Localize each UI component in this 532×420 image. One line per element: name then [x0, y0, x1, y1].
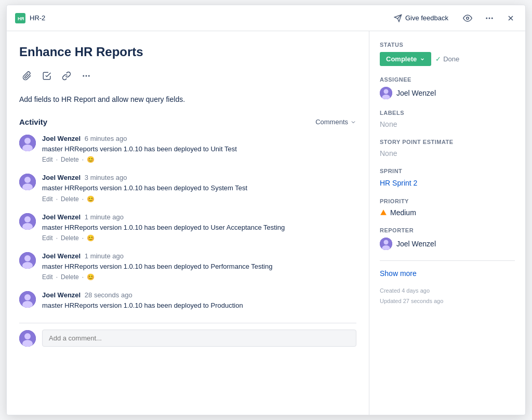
close-button[interactable]: [504, 12, 517, 24]
status-btn-label: Complete: [386, 55, 417, 63]
story-points-label: Story point estimate: [380, 139, 515, 145]
status-row: Complete ✓ Done: [380, 52, 515, 66]
activity-time: 1 minute ago: [85, 213, 124, 221]
attach-button[interactable]: [19, 68, 35, 84]
sprint-label: Sprint: [380, 168, 515, 174]
priority-field: Priority Medium: [380, 198, 515, 217]
status-button[interactable]: Complete: [380, 52, 431, 66]
svg-point-19: [24, 216, 31, 222]
more-toolbar-button[interactable]: [78, 68, 94, 84]
assignee-name: Joel Wenzel: [396, 89, 436, 97]
activity-body: Joel Wenzel 28 seconds ago master HRRepo…: [42, 291, 356, 312]
comment-input[interactable]: [42, 330, 356, 347]
activity-time: 6 minutes ago: [85, 135, 127, 142]
activity-item: Joel Wenzel 6 minutes ago master HRRepor…: [19, 135, 356, 163]
svg-point-35: [384, 240, 389, 245]
labels-label: Labels: [380, 110, 515, 116]
avatar: [19, 252, 36, 269]
activity-author: Joel Wenzel: [42, 174, 81, 181]
emoji-icon[interactable]: 😊: [87, 195, 95, 203]
comments-filter[interactable]: Comments: [315, 118, 356, 126]
delete-link[interactable]: Delete: [61, 195, 79, 203]
svg-point-4: [486, 17, 487, 19]
done-check-icon: ✓: [435, 55, 441, 63]
avatar: [19, 291, 36, 308]
activity-text: master HRReports version 1.0.10 has been…: [42, 145, 356, 154]
updated-timestamp: Updated 27 seconds ago: [380, 296, 515, 307]
edit-link[interactable]: Edit: [42, 273, 53, 281]
priority-up-icon: [380, 209, 387, 216]
issue-modal: HR HR-2 Give feedback: [6, 5, 526, 415]
breadcrumb: HR-2: [30, 14, 45, 22]
activity-text: master HRReports version 1.0.10 has been…: [42, 301, 356, 310]
toolbar: [19, 68, 356, 84]
comment-input-row: [19, 323, 356, 347]
status-label: Status: [380, 42, 515, 48]
divider: [380, 260, 515, 261]
avatar: [19, 135, 36, 151]
svg-point-13: [24, 138, 31, 144]
main-content: Enhance HR Reports: [7, 31, 525, 415]
link-button[interactable]: [59, 68, 74, 84]
timestamps: Created 4 days ago Updated 27 seconds ag…: [380, 286, 515, 307]
edit-link[interactable]: Edit: [42, 156, 53, 163]
labels-value[interactable]: None: [380, 120, 515, 128]
activity-time: 1 minute ago: [85, 252, 124, 260]
topbar-right: Give feedback: [390, 11, 517, 25]
assignee-row[interactable]: Joel Wenzel: [380, 87, 515, 99]
edit-link[interactable]: Edit: [42, 195, 53, 203]
done-badge: ✓ Done: [435, 55, 459, 63]
sprint-link[interactable]: HR Sprint 2: [380, 179, 417, 187]
priority-row[interactable]: Medium: [380, 208, 515, 217]
left-panel: Enhance HR Reports: [7, 31, 369, 415]
created-timestamp: Created 4 days ago: [380, 286, 515, 296]
right-panel: Status Complete ✓ Done Assignee: [369, 31, 525, 415]
assignee-field: Assignee Joel Wenzel: [380, 76, 515, 99]
delete-link[interactable]: Delete: [61, 273, 79, 281]
activity-item: Joel Wenzel 28 seconds ago master HRRepo…: [19, 291, 356, 312]
activity-author: Joel Wenzel: [42, 135, 81, 142]
emoji-icon[interactable]: 😊: [87, 273, 95, 281]
issue-description: Add fields to HR Report and allow new qu…: [19, 94, 356, 105]
svg-marker-33: [380, 209, 387, 215]
delete-link[interactable]: Delete: [61, 156, 79, 163]
topbar: HR HR-2 Give feedback: [7, 5, 525, 31]
activity-title: Activity: [19, 117, 47, 126]
checklist-button[interactable]: [39, 68, 55, 84]
activity-time: 3 minutes ago: [85, 174, 127, 181]
svg-point-11: [88, 75, 90, 77]
story-points-value[interactable]: None: [380, 149, 515, 158]
activity-meta: Joel Wenzel 1 minute ago: [42, 213, 356, 221]
activity-time: 28 seconds ago: [85, 291, 132, 299]
activity-text: master HRReports version 1.0.10 has been…: [42, 223, 356, 232]
reporter-row[interactable]: Joel Wenzel: [380, 238, 515, 250]
done-label: Done: [443, 55, 459, 63]
svg-point-22: [24, 255, 31, 261]
svg-point-25: [24, 294, 31, 300]
activity-text: master HRReports version 1.0.10 has been…: [42, 262, 356, 271]
activity-body: Joel Wenzel 1 minute ago master HRReport…: [42, 252, 356, 281]
give-feedback-button[interactable]: Give feedback: [390, 12, 453, 24]
labels-field: Labels None: [380, 110, 515, 128]
comments-filter-label: Comments: [315, 118, 348, 126]
show-more-button[interactable]: Show more: [380, 269, 515, 278]
assignee-avatar: [380, 87, 392, 99]
topbar-left: HR HR-2: [15, 13, 45, 23]
activity-list: Joel Wenzel 6 minutes ago master HRRepor…: [19, 135, 356, 312]
issue-title: Enhance HR Reports: [19, 44, 356, 60]
avatar: [19, 213, 36, 230]
delete-link[interactable]: Delete: [61, 234, 79, 242]
emoji-icon[interactable]: 😊: [87, 156, 95, 163]
activity-body: Joel Wenzel 1 minute ago master HRReport…: [42, 213, 356, 242]
status-field: Status Complete ✓ Done: [380, 42, 515, 66]
activity-actions: Edit · Delete · 😊: [42, 234, 356, 242]
edit-link[interactable]: Edit: [42, 234, 53, 242]
more-options-button[interactable]: [483, 11, 496, 25]
emoji-icon[interactable]: 😊: [87, 234, 95, 242]
reporter-field: Reporter Joel Wenzel: [380, 227, 515, 250]
watch-button[interactable]: [461, 11, 474, 25]
activity-meta: Joel Wenzel 1 minute ago: [42, 252, 356, 260]
activity-item: Joel Wenzel 1 minute ago master HRReport…: [19, 213, 356, 242]
svg-point-10: [86, 75, 87, 77]
activity-header: Activity Comments: [19, 117, 356, 126]
